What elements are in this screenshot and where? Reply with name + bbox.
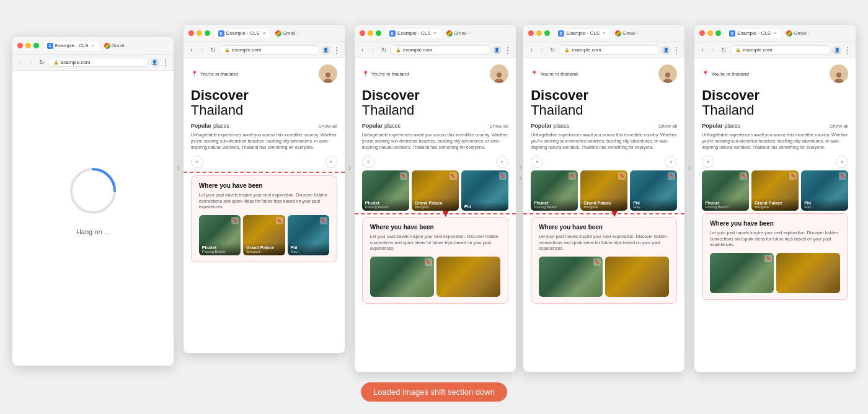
place-phuket-bottom-3[interactable]: 🔖 xyxy=(370,257,434,297)
nav-more-5[interactable]: ⋮ xyxy=(843,46,852,55)
traffic-light-red-5[interactable] xyxy=(699,30,705,36)
address-bar-1[interactable]: 🔒 example.com xyxy=(48,58,149,67)
bookmark-phuket-4[interactable]: 🔖 xyxy=(569,172,576,180)
gmail-tab-5[interactable]: Gmail - xyxy=(783,29,813,38)
nav-more-1[interactable]: ⋮ xyxy=(161,58,170,67)
show-all-4[interactable]: Show all xyxy=(658,123,677,129)
address-bar-5[interactable]: 🔒 example.com xyxy=(730,45,831,55)
forward-btn-1[interactable]: › xyxy=(27,58,35,67)
address-bar-4[interactable]: 🔒 example.com xyxy=(559,45,660,55)
traffic-light-yellow-3[interactable] xyxy=(368,30,373,36)
bookmark-phi-5[interactable]: 🔖 xyxy=(839,172,846,180)
place-phuket-5[interactable]: 🔖 Phuket Patong Beach xyxy=(702,170,749,211)
nav-more-4[interactable]: ⋮ xyxy=(672,46,681,55)
traffic-light-yellow-4[interactable] xyxy=(536,30,542,36)
bookmark-phuket-5[interactable]: 🔖 xyxy=(740,172,747,180)
bookmark-phuket-bottom-5[interactable]: 🔖 xyxy=(764,255,772,262)
profile-btn-2[interactable]: 👤 xyxy=(322,46,330,55)
browser-tab-3[interactable]: E Example - CLS × xyxy=(386,29,441,38)
next-arrow-5[interactable]: › xyxy=(836,156,848,168)
bookmark-phuket-bottom-3[interactable]: 🔖 xyxy=(425,258,432,266)
place-gp-bottom-3[interactable] xyxy=(436,257,500,297)
refresh-btn-3[interactable]: ↻ xyxy=(379,46,388,55)
tab-close-5[interactable]: × xyxy=(773,31,777,36)
profile-btn-4[interactable]: 👤 xyxy=(662,46,670,55)
next-arrow-3[interactable]: › xyxy=(496,156,508,168)
bookmark-gp-5[interactable]: 🔖 xyxy=(789,172,797,180)
show-all-3[interactable]: Show all xyxy=(490,123,508,129)
prev-arrow-3[interactable]: ‹ xyxy=(362,156,374,168)
refresh-btn-1[interactable]: ↻ xyxy=(37,58,46,67)
bookmark-gp-4[interactable]: 🔖 xyxy=(618,172,626,180)
traffic-light-red-1[interactable] xyxy=(17,43,23,48)
place-phi-top-3[interactable]: 🔖 Phi xyxy=(461,170,508,211)
gmail-tab-3[interactable]: Gmail - xyxy=(443,29,473,38)
refresh-btn-5[interactable]: ↻ xyxy=(719,46,728,55)
bookmark-phuket-top-3[interactable]: 🔖 xyxy=(400,172,407,180)
back-btn-4[interactable]: ‹ xyxy=(527,46,536,55)
place-phi-2[interactable]: 🔖 Phi May... xyxy=(288,215,329,255)
tab-close-1[interactable]: × xyxy=(91,43,95,48)
forward-btn-5[interactable]: › xyxy=(709,46,717,55)
traffic-light-green-1[interactable] xyxy=(33,43,39,48)
traffic-light-green-4[interactable] xyxy=(544,30,550,36)
prev-arrow-4[interactable]: ‹ xyxy=(531,156,543,168)
traffic-light-red-3[interactable] xyxy=(360,30,365,36)
forward-btn-4[interactable]: › xyxy=(538,46,546,55)
forward-btn-3[interactable]: › xyxy=(369,46,378,55)
browser-tab-2[interactable]: E Example - CLS × xyxy=(215,29,270,38)
refresh-btn-2[interactable]: ↻ xyxy=(208,46,217,55)
place-phi-5[interactable]: 🔖 Phi May... xyxy=(801,170,848,211)
show-all-5[interactable]: Show all xyxy=(830,123,848,129)
next-arrow-4[interactable]: › xyxy=(665,156,677,168)
place-phuket-bottom-5[interactable]: 🔖 xyxy=(710,253,774,293)
tab-close-2[interactable]: × xyxy=(262,31,267,36)
tab-close-3[interactable]: × xyxy=(433,31,438,36)
traffic-light-yellow-2[interactable] xyxy=(197,30,202,36)
traffic-light-red-2[interactable] xyxy=(188,30,194,36)
traffic-light-green-2[interactable] xyxy=(205,30,210,36)
browser-tab-4[interactable]: E Example - CLS × xyxy=(555,29,609,38)
gmail-tab-4[interactable]: Gmail - xyxy=(612,29,642,38)
place-gp-bottom-5[interactable] xyxy=(776,253,840,293)
browser-tab-1[interactable]: E Example - CLS × xyxy=(44,42,99,50)
place-phuket-4[interactable]: 🔖 Phuket Patong Beach xyxy=(531,170,578,211)
profile-btn-1[interactable]: 👤 xyxy=(151,58,159,67)
prev-arrow-5[interactable]: ‹ xyxy=(702,156,714,168)
gmail-tab-2[interactable]: Gmail - xyxy=(272,29,302,38)
bookmark-gp-2[interactable]: 🔖 xyxy=(276,217,283,224)
traffic-light-red-4[interactable] xyxy=(528,30,534,36)
address-bar-3[interactable]: 🔒 example.com xyxy=(390,45,491,55)
gmail-tab-1[interactable]: Gmail - xyxy=(101,42,131,50)
bookmark-gp-top-3[interactable]: 🔖 xyxy=(450,172,457,180)
place-gp-4[interactable]: 🔖 Grand Palace Bangkok xyxy=(580,170,627,211)
place-phuket-bottom-4[interactable]: 🔖 xyxy=(539,257,603,297)
place-gp-top-3[interactable]: 🔖 Grand Palace Bangkok xyxy=(412,170,459,211)
profile-btn-5[interactable]: 👤 xyxy=(833,46,841,55)
place-gp-bottom-4[interactable] xyxy=(605,257,669,297)
prev-arrow-2[interactable]: ‹ xyxy=(191,156,203,168)
place-grand-palace-2[interactable]: 🔖 Grand Palace Bangkok xyxy=(243,215,285,255)
nav-more-2[interactable]: ⋮ xyxy=(332,46,341,55)
browser-tab-5[interactable]: E Example - CLS × xyxy=(726,29,781,38)
tab-close-4[interactable]: × xyxy=(601,31,606,36)
next-arrow-2[interactable]: › xyxy=(325,156,337,168)
bookmark-phi-4[interactable]: 🔖 xyxy=(668,172,675,180)
back-btn-2[interactable]: ‹ xyxy=(187,46,196,55)
back-btn-1[interactable]: ‹ xyxy=(16,58,25,67)
traffic-light-yellow-5[interactable] xyxy=(707,30,713,36)
address-bar-2[interactable]: 🔒 example.com xyxy=(219,45,320,55)
place-gp-5[interactable]: 🔖 Grand Palace Bangkok xyxy=(751,170,799,211)
place-phi-4[interactable]: 🔖 Phi May... xyxy=(630,170,677,211)
bookmark-phuket-bottom-4[interactable]: 🔖 xyxy=(593,258,601,266)
back-btn-3[interactable]: ‹ xyxy=(358,46,367,55)
traffic-light-green-5[interactable] xyxy=(715,30,721,36)
profile-btn-3[interactable]: 👤 xyxy=(493,46,502,55)
traffic-light-green-3[interactable] xyxy=(376,30,381,36)
traffic-light-yellow-1[interactable] xyxy=(25,43,31,48)
place-phuket-top-3[interactable]: 🔖 Phuket Patong Beach xyxy=(362,170,409,211)
back-btn-5[interactable]: ‹ xyxy=(698,46,707,55)
show-all-2[interactable]: Show all xyxy=(319,123,337,129)
nav-more-3[interactable]: ⋮ xyxy=(503,46,512,55)
place-phuket-2[interactable]: 🔖 Phuket Patong Beach xyxy=(199,215,241,255)
